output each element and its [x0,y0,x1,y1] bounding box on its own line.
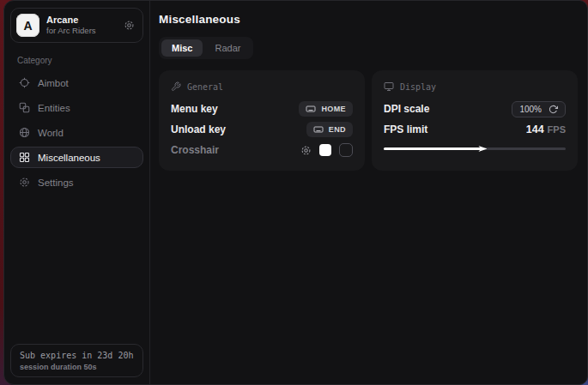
crosshair-checkbox[interactable] [339,143,353,157]
dpi-scale-value: 100% [519,105,542,114]
brand-subtitle: for Arc Riders [46,26,96,36]
fps-limit-row: FPS limit 144 FPS [384,119,566,140]
page-title: Miscellaneous [159,13,578,26]
subscription-info-card: Sub expires in 23d 20h session duration … [10,344,143,377]
display-panel: Display DPI scale 100% [372,70,578,171]
session-duration-text: session duration 50s [20,363,134,371]
sub-expiry-text: Sub expires in 23d 20h [20,351,134,360]
keyboard-icon [306,104,316,114]
entities-boxes-icon [19,102,30,113]
fps-number: 144 [526,123,544,135]
sidebar-item-label: Miscellaneous [38,153,100,163]
fps-unit: FPS [548,124,566,135]
display-panel-header: Display [384,81,566,92]
unload-key-value: END [329,125,346,134]
dpi-scale-row: DPI scale 100% [384,99,566,119]
brand-text: Arcane for Arc Riders [46,15,96,37]
sidebar-item-settings[interactable]: Settings [10,171,143,193]
gear-icon[interactable] [124,20,135,31]
sidebar-item-world[interactable]: World [10,122,143,143]
fps-limit-value: 144 FPS [526,123,566,135]
sidebar-item-miscellaneous[interactable]: Miscellaneous [10,147,143,168]
crosshair-row: Crosshair [171,140,353,160]
general-panel-header: General [171,81,353,92]
sidebar-item-label: World [38,128,64,138]
unload-key-row: Unload key END [171,119,353,140]
fps-limit-slider[interactable] [384,143,566,153]
tab-radar[interactable]: Radar [204,39,251,57]
app-logo: A [16,14,39,37]
monitor-icon [384,81,394,92]
dpi-scale-control[interactable]: 100% [512,101,566,117]
crosshair-icon [19,77,30,88]
refresh-icon [549,105,558,114]
gear-icon [19,177,30,188]
crosshair-controls [300,143,353,157]
sidebar: A Arcane for Arc Riders Category [4,1,150,384]
crosshair-color-swatch[interactable] [319,144,331,156]
wrench-icon [171,81,181,92]
menu-key-row: Menu key HOME [171,99,353,119]
sidebar-item-label: Entities [38,103,70,113]
settings-panels: General Menu key HOME Unload key [159,70,578,171]
menu-key-label: Menu key [171,103,218,115]
fps-limit-label: FPS limit [384,123,427,135]
general-panel: General Menu key HOME Unload key [159,70,365,171]
brand-card: A Arcane for Arc Riders [10,8,143,43]
sidebar-item-label: Aimbot [38,78,69,88]
unload-key-binding[interactable]: END [306,122,353,137]
app-window: A Arcane for Arc Riders Category [3,0,588,385]
sidebar-item-entities[interactable]: Entities [10,97,143,118]
sidebar-item-aimbot[interactable]: Aimbot [10,72,143,93]
fps-slider-fill [384,147,482,150]
grid-icon [19,152,30,163]
menu-key-value: HOME [321,105,346,113]
keyboard-icon [313,124,324,135]
category-label: Category [17,56,136,65]
tab-bar: Misc Radar [159,37,253,59]
display-panel-title: Display [400,82,436,92]
dpi-scale-label: DPI scale [384,103,429,115]
brand-title: Arcane [46,15,96,27]
general-panel-title: General [187,82,223,92]
crosshair-label: Crosshair [171,144,219,156]
tab-misc[interactable]: Misc [161,39,203,57]
sidebar-nav: Aimbot Entities [10,72,143,193]
sidebar-item-label: Settings [38,177,74,188]
menu-key-binding[interactable]: HOME [299,101,353,117]
globe-icon [19,127,30,138]
main-content: Miscellaneous Misc Radar General Menu ke… [150,1,588,384]
gear-icon[interactable] [300,145,312,156]
unload-key-label: Unload key [171,123,226,135]
